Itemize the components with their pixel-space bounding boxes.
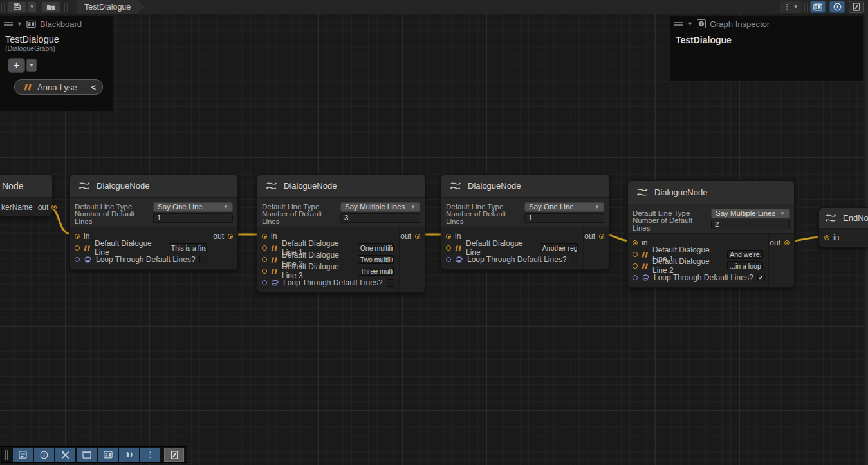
field-value: Three multilin [360,267,394,275]
out-port[interactable] [784,240,790,245]
in-port-label: in [84,232,89,241]
blackboard-graph-name: TestDialogue [0,32,113,44]
node-title-bar[interactable]: Node [0,175,52,198]
console-log-button[interactable] [13,448,33,462]
dialogue-node-3[interactable]: DialogueNode Default Line Type Say One L… [441,174,609,270]
dialogue-node-icon [824,213,837,223]
dialogue-line-field[interactable]: This is a first [169,243,207,252]
dialogue-line-field[interactable]: Two multiline [358,255,394,264]
in-port[interactable] [446,234,451,239]
dialogue-line-port[interactable] [446,245,451,251]
add-variable-dropdown[interactable]: ▼ [26,59,37,72]
chevron-left-icon[interactable]: < [91,82,96,92]
dialogue-line-field[interactable]: One multiline [358,243,394,252]
loop-port[interactable] [75,257,80,262]
dialogue-line-port[interactable] [262,269,267,274]
quote-icon [84,245,91,251]
dialogue-line-field[interactable]: And we're... [727,250,763,259]
bottom-dock-toolbar: ⋮ [1,446,187,463]
loop-checkbox[interactable] [199,256,207,263]
window-button[interactable] [77,448,97,462]
out-port[interactable] [228,234,233,239]
tab-testdialogue[interactable]: TestDialogue [77,0,145,14]
toolbar-drag-handle[interactable] [1,3,5,12]
quote-icon [271,257,278,263]
node-title-bar[interactable]: DialogueNode [628,181,794,204]
loop-port[interactable] [446,257,451,262]
line-count-field[interactable]: 3 [340,213,420,223]
loop-port[interactable] [633,275,638,280]
dialogue-line-field[interactable]: ...in a loop [727,261,763,270]
blackboard-toggle-button[interactable] [98,448,118,462]
out-port[interactable] [599,234,604,239]
open-folder-button[interactable] [41,1,60,13]
line-count-field[interactable]: 1 [153,213,233,223]
top-toolbar: ▼ TestDialogue ⋮ ▼ [0,0,868,14]
node-title: DialogueNode [97,181,149,191]
dropdown-value: Say Multiple Lines [345,203,405,211]
node-speaker[interactable]: Node kerName out [0,174,53,216]
dialogue-node-2[interactable]: DialogueNode Default Line Type Say Multi… [257,174,425,293]
dialogue-line-port[interactable] [262,257,267,262]
line-type-dropdown[interactable]: Say Multiple Lines ▼ [340,202,420,212]
save-dropdown-button[interactable]: ▼ [27,1,37,13]
in-port[interactable] [75,234,80,239]
out-port[interactable] [51,205,57,210]
in-port[interactable] [262,234,267,239]
toggle-minimap-button[interactable] [849,1,864,13]
loop-checkbox[interactable]: ✔ [757,274,765,281]
add-variable-button[interactable]: + [8,58,25,73]
line-count-field[interactable]: 1 [524,213,604,223]
line-type-dropdown[interactable]: Say One Line ▼ [153,202,233,212]
collapse-arrow-icon[interactable]: ▼ [687,21,693,27]
loop-port[interactable] [262,280,267,285]
in-port[interactable] [824,235,829,240]
loop-icon [84,256,92,263]
field-value: One multiline [360,244,394,252]
node-title-bar[interactable]: DialogueNode [441,175,609,198]
node-end[interactable]: EndNode in [818,207,868,247]
chevron-down-icon: ▼ [780,211,785,216]
toggle-inspector-button[interactable] [829,1,845,13]
graph-inspector-panel[interactable]: ▼ Graph Inspector TestDialogue [670,16,863,81]
tools-button[interactable] [55,448,75,462]
drag-handle-icon[interactable] [5,450,8,460]
dialogue-line-port[interactable] [633,263,638,269]
dialogue-line-port[interactable] [633,252,638,257]
save-button[interactable] [7,1,26,13]
tab-label: TestDialogue [84,3,131,12]
node-title-bar[interactable]: DialogueNode [257,175,425,198]
node-title-bar[interactable]: DialogueNode [70,175,237,198]
blackboard-panel[interactable]: ▼ Blackboard TestDialogue (DialogueGraph… [0,16,113,111]
minimap-toggle-button[interactable] [164,448,184,462]
node-title: DialogueNode [654,187,707,197]
loop-checkbox[interactable] [571,256,578,263]
dialogue-preview-button[interactable] [119,448,139,462]
collapse-arrow-icon[interactable]: ▼ [17,21,23,27]
dialogue-line-port[interactable] [262,245,267,251]
node-title-bar[interactable]: EndNode [819,208,868,229]
dialogue-node-icon [449,181,462,191]
line-count-field[interactable]: 2 [711,220,790,229]
line-type-dropdown[interactable]: Say Multiple Lines ▼ [711,209,790,218]
field-value: And we're... [730,251,763,258]
in-port[interactable] [633,240,638,245]
dialogue-node-1[interactable]: DialogueNode Default Line Type Say One L… [69,174,238,270]
loop-checkbox[interactable] [387,279,394,287]
dialogue-node-4[interactable]: DialogueNode Default Line Type Say Multi… [627,180,795,288]
blackboard-variable-anna-lyse[interactable]: Anna-Lyse < [14,79,103,95]
line-type-dropdown[interactable]: Say One Line ▼ [524,202,604,212]
loop-label: Loop Through Default Lines? [283,278,383,287]
toolbar-options-button[interactable]: ⋮ ▼ [780,1,802,13]
out-port[interactable] [415,234,420,239]
line-count-label: Number of Default Lines [262,210,340,225]
dock-options-button[interactable]: ⋮ [140,448,160,462]
dialogue-line-port[interactable] [75,245,80,251]
drag-handle-icon[interactable] [674,22,683,26]
inspector-toggle-button[interactable] [34,448,54,462]
toggle-blackboard-button[interactable] [810,1,826,13]
dialogue-line-field[interactable]: Three multilin [358,267,394,276]
drag-handle-icon[interactable] [4,22,13,26]
info-icon [833,3,842,11]
dialogue-line-field[interactable]: Another regu [540,243,578,252]
